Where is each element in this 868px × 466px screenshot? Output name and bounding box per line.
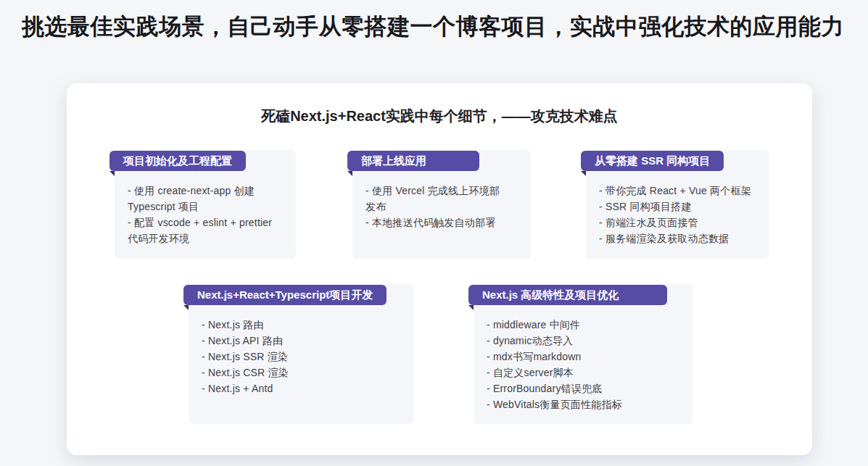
topic-list: - 带你完成 React + Vue 两个框架- SSR 同构项目搭建- 前端注…: [599, 183, 759, 246]
topic-tag-advanced: Next.js 高级特性及项目优化: [468, 285, 667, 305]
topic-tag-project-init: 项目初始化及工程配置: [109, 151, 246, 171]
topic-list: - 使用 Vercel 完成线上环境部发布- 本地推送代码触发自动部署: [365, 183, 521, 230]
list-line: - mdx书写markdown: [487, 349, 682, 365]
list-line: - 带你完成 React + Vue 两个框架: [599, 183, 759, 199]
topic-tag-deploy: 部署上线应用: [347, 151, 479, 171]
topic-tag-ssr: 从零搭建 SSR 同构项目: [581, 151, 724, 171]
list-line: - 本地推送代码触发自动部署: [365, 215, 521, 230]
list-line: - 配置 vscode + eslint + prettier: [128, 215, 286, 230]
page-title: 挑选最佳实践场景，自己动手从零搭建一个博客项目，实战中强化技术的应用能力: [22, 12, 863, 42]
list-line: - Next.js CSR 渲染: [202, 365, 403, 380]
list-line: - middleware 中间件: [487, 317, 682, 333]
content-card: 死磕Next.js+React实践中每个细节，——攻克技术难点 项目初始化及工程…: [67, 83, 812, 455]
list-line: - SSR 同构项目搭建: [599, 199, 759, 215]
list-line: 代码开发环境: [128, 230, 286, 246]
topic-list: - 使用 create-next-app 创建Typescript 项目- 配置…: [128, 183, 286, 246]
list-line: Typescript 项目: [128, 199, 286, 215]
topic-panel-deploy: 部署上线应用 - 使用 Vercel 完成线上环境部发布- 本地推送代码触发自动…: [352, 150, 531, 259]
list-line: - ErrorBoundary错误兜底: [487, 380, 682, 396]
topic-list: - middleware 中间件- dynamic动态导入- mdx书写mark…: [487, 317, 682, 412]
list-line: - 自定义server脚本: [487, 365, 682, 380]
list-line: - Next.js SSR 渲染: [202, 349, 403, 365]
topic-panel-project-dev: Next.js+React+Typescript项目开发 - Next.js 路…: [189, 284, 413, 424]
topic-panel-ssr: 从零搭建 SSR 同构项目 - 带你完成 React + Vue 两个框架- S…: [586, 150, 769, 259]
list-line: - Next.js API 路由: [202, 333, 403, 349]
list-line: - 使用 Vercel 完成线上环境部: [365, 183, 521, 199]
topic-panel-project-init: 项目初始化及工程配置 - 使用 create-next-app 创建Typesc…: [115, 150, 296, 259]
list-line: - 服务端渲染及获取动态数据: [599, 230, 759, 246]
list-line: - 前端注水及页面接管: [599, 215, 759, 230]
list-line: - WebVitals衡量页面性能指标: [487, 396, 682, 412]
topic-tag-project-dev: Next.js+React+Typescript项目开发: [183, 285, 387, 305]
list-line: - dynamic动态导入: [487, 333, 682, 349]
list-line: - Next.js 路由: [202, 317, 403, 333]
page-background: { "page": { "heading": "挑选最佳实践场景，自己动手从零搭…: [0, 0, 868, 466]
list-line: - Next.js + Antd: [202, 380, 403, 396]
list-line: - 使用 create-next-app 创建: [128, 183, 286, 199]
topic-list: - Next.js 路由- Next.js API 路由- Next.js SS…: [202, 317, 403, 396]
card-title: 死磕Next.js+React实践中每个细节，——攻克技术难点: [67, 107, 812, 126]
topic-panel-advanced: Next.js 高级特性及项目优化 - middleware 中间件- dyna…: [474, 284, 693, 424]
list-line: 发布: [365, 199, 521, 215]
